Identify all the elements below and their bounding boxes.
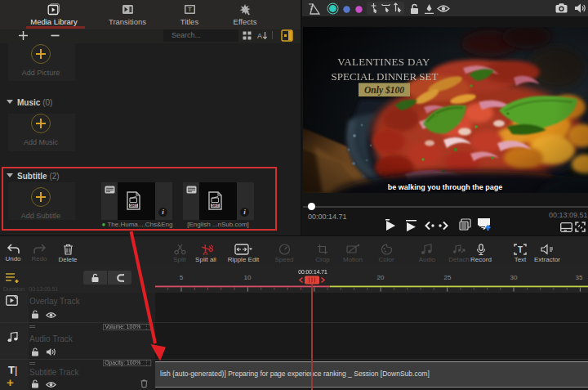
svg-text:25: 25 bbox=[444, 274, 452, 281]
svg-text:35: 35 bbox=[576, 274, 583, 281]
svg-text:be walking you through the pag: be walking you through the page bbox=[388, 183, 503, 191]
svg-text:5: 5 bbox=[180, 274, 184, 281]
svg-text:10: 10 bbox=[244, 274, 252, 281]
svg-text:Only $100: Only $100 bbox=[364, 85, 404, 96]
svg-text:A: A bbox=[257, 32, 262, 40]
svg-text:VALENTINES DAY: VALENTINES DAY bbox=[337, 56, 430, 68]
svg-text:T: T bbox=[518, 245, 523, 254]
svg-text:30: 30 bbox=[510, 274, 518, 281]
svg-text:T: T bbox=[188, 6, 192, 13]
svg-text:20: 20 bbox=[377, 274, 385, 281]
svg-text:SPECIAL DINNER SET: SPECIAL DINNER SET bbox=[332, 70, 439, 83]
